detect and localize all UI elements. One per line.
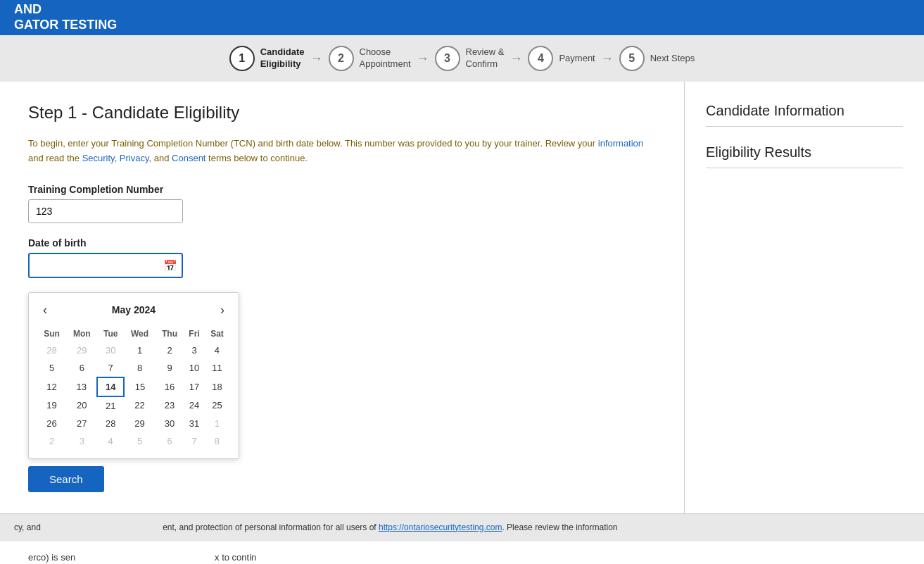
cal-day-12[interactable]: 12	[37, 377, 66, 396]
cal-week-1: 28 29 30 1 2 3 4	[37, 341, 229, 359]
page-title: Step 1 - Candidate Eligibility	[28, 103, 656, 123]
dob-group: Date of birth 📅	[28, 237, 656, 278]
step-3-review-confirm[interactable]: 3 Review & Confirm	[435, 46, 505, 71]
info-link-consent[interactable]: Consent	[172, 153, 205, 163]
cal-dow-sun: Sun	[37, 326, 66, 341]
continue-text: x to contin	[82, 552, 256, 563]
main-content: Step 1 - Candidate Eligibility To begin,…	[0, 82, 924, 513]
cal-day-28[interactable]: 28	[97, 415, 124, 432]
cal-day-apr-29[interactable]: 29	[66, 341, 97, 359]
cal-day-23[interactable]: 23	[156, 396, 184, 415]
arrow-3-4: →	[510, 51, 522, 66]
cal-week-4: 19 20 21 22 23 24 25	[37, 396, 229, 415]
cal-day-jun-6[interactable]: 6	[156, 432, 184, 450]
cal-day-apr-30[interactable]: 30	[97, 341, 124, 359]
candidate-info-title: Candidate Information	[706, 103, 903, 119]
tcn-group: Training Completion Number	[28, 184, 656, 223]
cal-day-jun-8[interactable]: 8	[205, 432, 229, 450]
cal-day-jun-4[interactable]: 4	[97, 432, 124, 450]
date-input-wrapper: 📅	[28, 253, 183, 278]
cal-dow-thu: Thu	[156, 326, 184, 341]
cal-day-27[interactable]: 27	[66, 415, 97, 432]
step-2-circle: 2	[329, 46, 354, 71]
arrow-2-3: →	[417, 51, 429, 66]
step-5-circle: 5	[619, 46, 645, 71]
cal-week-5: 26 27 28 29 30 31 1	[37, 415, 229, 432]
cal-day-31[interactable]: 31	[184, 415, 205, 432]
cal-day-2[interactable]: 2	[156, 341, 184, 359]
stepper: 1 Candidate Eligibility → 2 Choose Appoi…	[0, 35, 924, 82]
cal-day-8[interactable]: 8	[124, 359, 156, 377]
step-1-circle: 1	[229, 46, 255, 71]
footer-text: cy, and ent, and protection of personal …	[14, 522, 618, 532]
cal-dow-fri: Fri	[184, 326, 205, 341]
step-3-label: Review & Confirm	[466, 46, 505, 70]
cal-week-6: 2 3 4 5 6 7 8	[37, 432, 229, 450]
cal-day-jun-3[interactable]: 3	[66, 432, 97, 450]
cal-day-25[interactable]: 25	[205, 396, 229, 415]
cal-day-18[interactable]: 18	[205, 377, 229, 396]
cal-day-22[interactable]: 22	[124, 396, 156, 415]
calendar-header: ‹ May 2024 ›	[37, 301, 230, 319]
calendar-prev-button[interactable]: ‹	[37, 301, 53, 319]
cal-day-apr-28[interactable]: 28	[37, 341, 66, 359]
cal-day-30[interactable]: 30	[156, 415, 184, 432]
calendar-month-year: May 2024	[112, 304, 156, 315]
arrow-1-2: →	[310, 51, 323, 66]
cal-day-26[interactable]: 26	[37, 415, 66, 432]
cal-dow-mon: Mon	[66, 326, 97, 341]
cal-day-4[interactable]: 4	[205, 341, 229, 359]
step-2-choose-appointment[interactable]: 2 Choose Appointment	[329, 46, 411, 71]
cal-day-14-today[interactable]: 14	[97, 377, 124, 396]
calendar-next-button[interactable]: ›	[215, 301, 230, 319]
cal-day-20[interactable]: 20	[66, 396, 97, 415]
header: AND GATOR TESTING	[0, 0, 924, 35]
cal-day-5[interactable]: 5	[37, 359, 66, 377]
erco-text: erco) is sen	[28, 552, 75, 563]
search-button[interactable]: Search	[28, 466, 104, 492]
cal-day-jun-5[interactable]: 5	[124, 432, 156, 450]
cal-day-21[interactable]: 21	[97, 396, 124, 415]
cal-day-29[interactable]: 29	[124, 415, 156, 432]
eligibility-results-divider	[706, 168, 903, 168]
calendar-icon[interactable]: 📅	[163, 258, 177, 272]
step-2-label: Choose Appointment	[360, 46, 411, 70]
cal-day-1[interactable]: 1	[124, 341, 156, 359]
cal-day-10[interactable]: 10	[184, 359, 205, 377]
footer-bar: cy, and ent, and protection of personal …	[0, 513, 924, 541]
cal-dow-wed: Wed	[124, 326, 156, 341]
cal-day-jun-2[interactable]: 2	[37, 432, 66, 450]
info-link-information[interactable]: information	[598, 138, 643, 149]
cal-day-jun-7[interactable]: 7	[184, 432, 205, 450]
calendar-popup: ‹ May 2024 › Sun Mon Tue Wed Thu Fri Sat	[28, 292, 239, 459]
cal-day-15[interactable]: 15	[124, 377, 156, 396]
info-link-privacy[interactable]: Privacy	[120, 153, 149, 163]
left-panel: Step 1 - Candidate Eligibility To begin,…	[0, 82, 685, 513]
arrow-4-5: →	[601, 51, 614, 66]
cal-day-19[interactable]: 19	[37, 396, 66, 415]
tcn-label: Training Completion Number	[28, 184, 656, 195]
cal-day-17[interactable]: 17	[184, 377, 205, 396]
step-3-circle: 3	[435, 46, 460, 71]
step-5-next-steps[interactable]: 5 Next Steps	[619, 46, 695, 71]
cal-day-6[interactable]: 6	[66, 359, 97, 377]
tcn-input[interactable]	[28, 199, 183, 223]
dob-input[interactable]	[28, 253, 183, 278]
info-link-security[interactable]: Security	[82, 153, 115, 163]
footer-url[interactable]: https://ontariosecuritytesting.com	[379, 522, 502, 532]
cal-dow-tue: Tue	[97, 326, 124, 341]
cal-day-11[interactable]: 11	[205, 359, 229, 377]
cal-day-24[interactable]: 24	[184, 396, 205, 415]
cal-day-16[interactable]: 16	[156, 377, 184, 396]
cal-day-13[interactable]: 13	[66, 377, 97, 396]
info-text: To begin, enter your Training Completion…	[28, 137, 656, 166]
cal-day-jun-1[interactable]: 1	[205, 415, 229, 432]
terms-row: erco) is sen x to contin	[0, 541, 924, 564]
step-4-payment[interactable]: 4 Payment	[528, 46, 595, 71]
cal-day-3[interactable]: 3	[184, 341, 205, 359]
right-panel: Candidate Information Eligibility Result…	[685, 82, 924, 513]
step-1-candidate-eligibility[interactable]: 1 Candidate Eligibility	[229, 46, 305, 71]
cal-day-7[interactable]: 7	[97, 359, 124, 377]
header-title: AND GATOR TESTING	[14, 2, 117, 32]
cal-day-9[interactable]: 9	[156, 359, 184, 377]
